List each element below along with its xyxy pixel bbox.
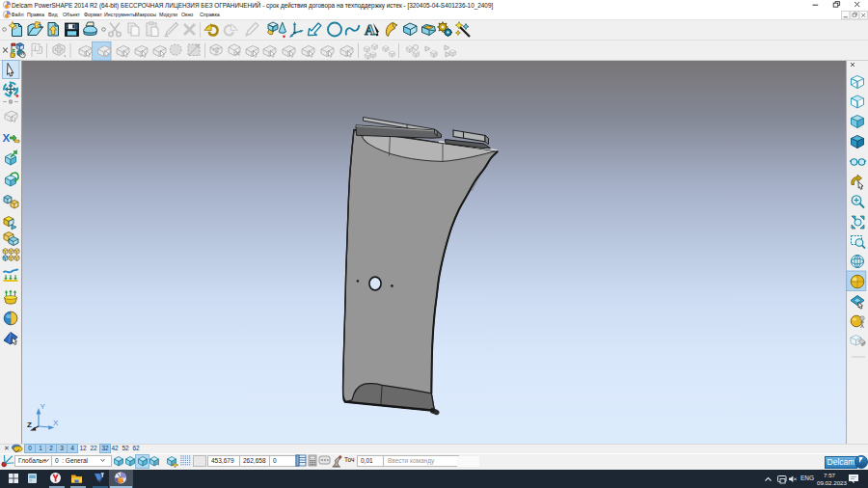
svg-text:X: X [3,132,11,144]
svg-text:A: A [365,22,375,38]
svg-text:X: X [53,419,59,427]
svg-text:Z: Z [27,420,32,429]
svg-text:Y: Y [41,402,46,411]
